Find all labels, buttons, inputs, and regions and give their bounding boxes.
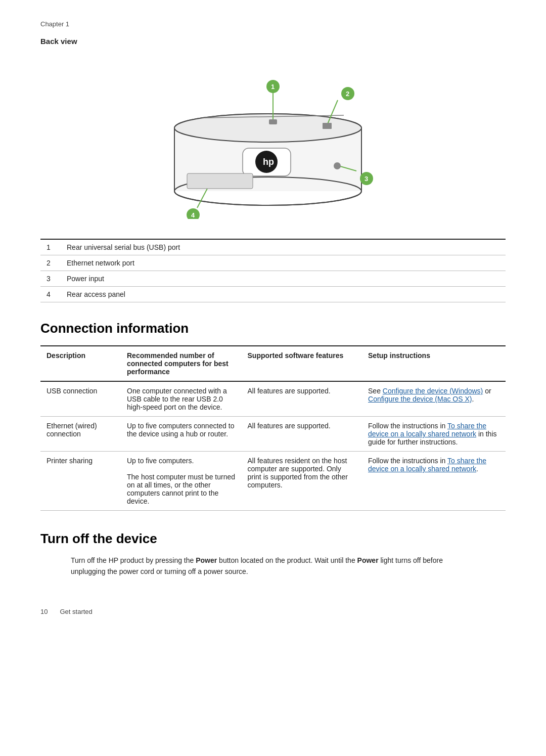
svg-text:3: 3 <box>365 175 368 183</box>
part-num: 1 <box>40 239 61 255</box>
svg-rect-15 <box>269 119 277 124</box>
footer-label: Get started <box>60 608 92 615</box>
setup-middle: or <box>483 387 491 395</box>
setup-suffix: . <box>472 395 474 403</box>
setup-prefix-eth: Follow the instructions in <box>368 422 447 430</box>
table-row: 3 Power input <box>40 271 506 287</box>
conn-table-header-row: Description Recommended number of connec… <box>40 346 506 381</box>
setup-suffix-ps: . <box>476 465 478 473</box>
turn-off-text-2: button located on the product. Wait unti… <box>217 556 357 564</box>
conn-desc: Ethernet (wired)connection <box>40 417 121 452</box>
turn-off-body: Turn off the HP product by pressing the … <box>40 555 506 577</box>
svg-rect-17 <box>323 123 332 129</box>
col-setup: Setup instructions <box>362 346 506 381</box>
table-row: 4 Rear access panel <box>40 287 506 302</box>
part-desc: Ethernet network port <box>61 255 506 271</box>
conn-recommended: Up to five computers connected to the de… <box>121 417 242 452</box>
svg-rect-21 <box>187 173 253 189</box>
table-row: 2 Ethernet network port <box>40 255 506 271</box>
connection-info-section: Connection information Description Recom… <box>40 321 506 511</box>
svg-text:2: 2 <box>346 90 349 98</box>
table-row: Printer sharing Up to five computers.The… <box>40 452 506 511</box>
setup-prefix: See <box>368 387 383 395</box>
configure-mac-link[interactable]: Configure the device (Mac OS X) <box>368 395 472 403</box>
svg-text:1: 1 <box>271 83 275 91</box>
table-row: Ethernet (wired)connection Up to five co… <box>40 417 506 452</box>
conn-desc: USB connection <box>40 381 121 417</box>
page-number: 10 <box>40 608 48 615</box>
svg-text:4: 4 <box>191 211 195 219</box>
back-view-section: Back view <box>40 37 506 302</box>
conn-recommended: One computer connected with a USB cable … <box>121 381 242 417</box>
turn-off-heading: Turn off the device <box>40 531 506 547</box>
svg-line-20 <box>197 189 207 208</box>
table-row: 1 Rear universal serial bus (USB) port <box>40 239 506 255</box>
table-row: USB connection One computer connected wi… <box>40 381 506 417</box>
connection-table: Description Recommended number of connec… <box>40 345 506 511</box>
configure-windows-link[interactable]: Configure the device (Windows) <box>383 387 483 395</box>
part-desc: Rear universal serial bus (USB) port <box>61 239 506 255</box>
col-recommended: Recommended number of connected computer… <box>121 346 242 381</box>
chapter-label: Chapter 1 <box>40 20 506 28</box>
conn-features: All features are supported. <box>242 381 362 417</box>
part-num: 4 <box>40 287 61 302</box>
conn-features: All features resident on the host comput… <box>242 452 362 511</box>
power-bold-1: Power <box>196 556 217 564</box>
svg-point-19 <box>334 162 341 169</box>
parts-table: 1 Rear universal serial bus (USB) port 2… <box>40 239 506 302</box>
part-num: 3 <box>40 271 61 287</box>
conn-recommended: Up to five computers.The host computer m… <box>121 452 242 511</box>
power-bold-2: Power <box>357 556 379 564</box>
col-features: Supported software features <box>242 346 362 381</box>
part-desc: Power input <box>61 271 506 287</box>
turn-off-section: Turn off the device Turn off the HP prod… <box>40 531 506 577</box>
page-footer: 10 Get started <box>40 608 506 615</box>
conn-features: All features are supported. <box>242 417 362 452</box>
part-num: 2 <box>40 255 61 271</box>
svg-text:hp: hp <box>263 157 274 167</box>
setup-prefix-ps: Follow the instructions in <box>368 457 447 465</box>
back-view-title: Back view <box>40 37 506 46</box>
turn-off-text-1: Turn off the HP product by pressing the <box>71 556 196 564</box>
connection-info-heading: Connection information <box>40 321 506 336</box>
printer-svg: hp 1 2 <box>142 62 404 219</box>
col-description: Description <box>40 346 121 381</box>
conn-desc: Printer sharing <box>40 452 121 511</box>
conn-setup: Follow the instructions in To share the … <box>362 417 506 452</box>
conn-setup: See Configure the device (Windows) or Co… <box>362 381 506 417</box>
back-view-illustration: hp 1 2 <box>40 55 506 227</box>
conn-setup: Follow the instructions in To share the … <box>362 452 506 511</box>
part-desc: Rear access panel <box>61 287 506 302</box>
